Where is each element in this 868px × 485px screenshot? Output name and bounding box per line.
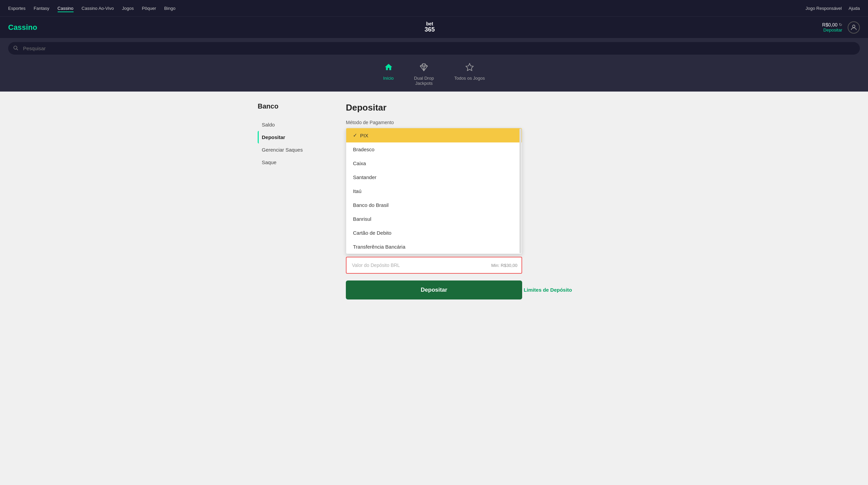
subnav-todos-jogos[interactable]: Todos os Jogos: [454, 63, 485, 86]
option-pix[interactable]: ✓ PIX: [346, 128, 522, 142]
option-banrisul[interactable]: Banrisul: [346, 212, 522, 226]
top-navigation: Esportes Fantasy Cassino Cassino Ao-Vivo…: [0, 0, 868, 16]
metodo-pagamento-label: Método de Pagamento: [346, 120, 610, 125]
content-area: Depositar Método de Pagamento ✓ PIX Brad…: [346, 102, 610, 299]
option-caixa[interactable]: Caixa: [346, 156, 522, 170]
option-cartao-debito[interactable]: Cartão de Debito: [346, 226, 522, 240]
option-cartao-debito-label: Cartão de Debito: [353, 230, 391, 236]
todos-jogos-icon: [465, 63, 474, 74]
nav-cassino[interactable]: Cassino: [58, 4, 74, 12]
deposit-input-wrapper: Valor do Depósito BRL Min: R$30,00: [346, 257, 522, 274]
option-transferencia[interactable]: Transferência Bancária: [346, 240, 522, 254]
dropdown-scrollbar[interactable]: [519, 129, 521, 253]
option-itau[interactable]: Itaú: [346, 184, 522, 198]
top-nav-left: Esportes Fantasy Cassino Cassino Ao-Vivo…: [8, 4, 176, 12]
home-icon: [384, 63, 393, 74]
logo-line2: 365: [425, 26, 435, 33]
sidebar-item-saldo[interactable]: Saldo: [258, 118, 332, 131]
search-input[interactable]: [8, 42, 860, 55]
logo-line1: bet: [426, 21, 433, 26]
main-content: Banco Saldo Depositar Gerenciar Saques S…: [231, 92, 637, 310]
header-right: R$0,00 ↻ Depositar: [822, 21, 860, 34]
subnav-inicio[interactable]: Início: [383, 63, 394, 86]
option-transferencia-label: Transferência Bancária: [353, 244, 406, 250]
search-wrapper: [8, 42, 860, 55]
nav-esportes[interactable]: Esportes: [8, 4, 25, 12]
svg-line-2: [17, 49, 18, 50]
svg-point-1: [14, 46, 17, 49]
depositar-main-button[interactable]: Depositar: [346, 280, 522, 299]
balance-value: R$0,00: [822, 22, 837, 27]
bet365-logo: bet 365: [425, 21, 435, 33]
search-bar-container: [0, 38, 868, 59]
deposit-min-label: Min: R$30,00: [491, 263, 517, 268]
sidebar: Banco Saldo Depositar Gerenciar Saques S…: [258, 102, 332, 299]
user-avatar[interactable]: [848, 21, 860, 34]
option-banco-do-brasil-label: Banco do Brasil: [353, 202, 389, 208]
payment-method-dropdown[interactable]: ✓ PIX Bradesco Caixa Santander Itaú Banc…: [346, 128, 522, 254]
sidebar-title: Banco: [258, 102, 332, 110]
sub-navigation: Início Dual Drop Jackpots Todos os Jogos: [0, 59, 868, 92]
nav-poker[interactable]: Pôquer: [142, 4, 156, 12]
nav-jogos[interactable]: Jogos: [122, 4, 134, 12]
option-bradesco[interactable]: Bradesco: [346, 142, 522, 156]
dropdown-list: ✓ PIX Bradesco Caixa Santander Itaú Banc…: [346, 128, 522, 254]
subnav-inicio-label: Início: [383, 76, 394, 81]
checkmark-icon: ✓: [353, 132, 357, 138]
sidebar-item-depositar[interactable]: Depositar: [258, 131, 332, 143]
nav-bingo[interactable]: Bingo: [164, 4, 175, 12]
option-caixa-label: Caixa: [353, 160, 366, 166]
option-banrisul-label: Banrisul: [353, 216, 371, 222]
option-santander-label: Santander: [353, 174, 376, 180]
page-title: Depositar: [346, 102, 610, 113]
nav-cassino-ao-vivo[interactable]: Cassino Ao-Vivo: [82, 4, 114, 12]
balance-info: R$0,00 ↻ Depositar: [822, 22, 842, 33]
diamond-icon: [419, 63, 428, 74]
option-itau-label: Itaú: [353, 188, 361, 194]
refresh-icon[interactable]: ↻: [839, 22, 842, 27]
subnav-dual-drop[interactable]: Dual Drop Jackpots: [414, 63, 434, 86]
header: Cassino bet 365 R$0,00 ↻ Depositar: [0, 16, 868, 38]
subnav-todos-jogos-label: Todos os Jogos: [454, 76, 485, 81]
option-santander[interactable]: Santander: [346, 170, 522, 184]
option-pix-label: PIX: [360, 133, 368, 138]
subnav-dual-drop-label: Dual Drop Jackpots: [414, 76, 434, 86]
option-banco-do-brasil[interactable]: Banco do Brasil: [346, 198, 522, 212]
ajuda-link[interactable]: Ajuda: [849, 6, 860, 11]
top-nav-right: Jogo Responsável Ajuda: [806, 6, 860, 11]
limites-deposito-link[interactable]: Limites de Depósito: [524, 287, 572, 293]
svg-point-0: [852, 25, 855, 27]
sidebar-item-gerenciar-saques[interactable]: Gerenciar Saques: [258, 143, 332, 156]
balance-amount: R$0,00 ↻: [822, 22, 842, 27]
header-depositar-link[interactable]: Depositar: [823, 27, 842, 33]
deposit-input-placeholder: Valor do Depósito BRL: [352, 263, 400, 268]
nav-fantasy[interactable]: Fantasy: [34, 4, 49, 12]
cassino-brand-label: Cassino: [8, 23, 37, 32]
sidebar-item-saque[interactable]: Saque: [258, 156, 332, 169]
deposit-input-area: Valor do Depósito BRL Min: R$30,00: [346, 257, 522, 274]
search-icon: [13, 45, 18, 52]
jogo-responsavel-link[interactable]: Jogo Responsável: [806, 6, 842, 11]
option-bradesco-label: Bradesco: [353, 147, 374, 152]
